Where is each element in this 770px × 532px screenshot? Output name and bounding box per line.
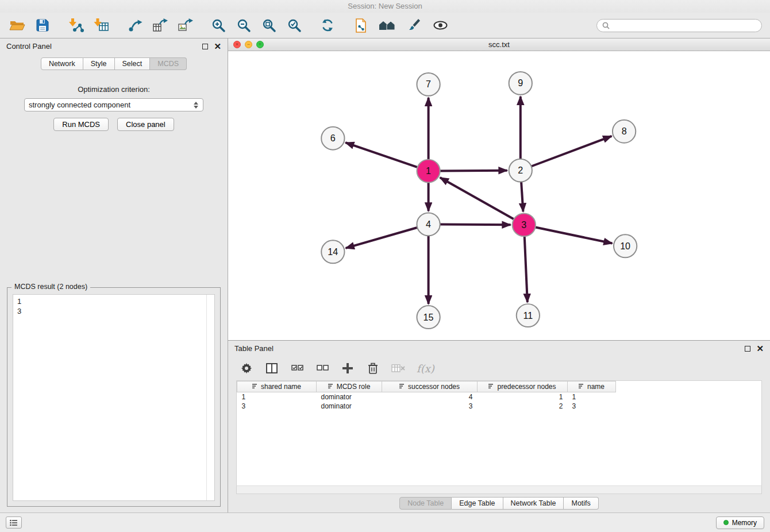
graph-node-label: 3 (521, 219, 526, 230)
status-list-button[interactable] (6, 516, 22, 529)
graph-edge-3-11[interactable] (525, 236, 528, 302)
graph-edge-4-3[interactable] (440, 225, 511, 225)
table-row[interactable]: 3dominator323 (237, 402, 616, 411)
export-table-icon (152, 18, 168, 33)
close-panel-icon[interactable]: ✕ (214, 44, 221, 49)
graph-edge-4-14[interactable] (346, 228, 418, 248)
graph-edge-3-1[interactable] (440, 178, 514, 219)
window-title: Session: New Session (348, 2, 422, 10)
search-field[interactable] (596, 19, 762, 32)
export-image-button[interactable] (176, 16, 194, 34)
show-hide-button[interactable] (431, 16, 449, 34)
zoom-out-button[interactable] (234, 16, 253, 34)
close-table-panel-icon[interactable]: ✕ (756, 346, 764, 352)
graph-node-label: 4 (426, 219, 431, 229)
first-neighbors-button[interactable] (378, 16, 396, 34)
zoom-window-button[interactable]: + (256, 41, 264, 48)
column-header-successor-nodes[interactable]: successor nodes (382, 381, 478, 392)
minimize-window-button[interactable]: − (245, 41, 252, 48)
function-builder-button[interactable]: f(x) (417, 361, 434, 376)
network-graph[interactable]: 7968124314101511 (228, 51, 770, 340)
search-input[interactable] (613, 21, 756, 29)
gear-icon (241, 363, 252, 374)
table-settings-button[interactable] (240, 361, 253, 376)
table-panel-title: Table Panel (234, 344, 274, 353)
main-area: Control Panel ✕ NetworkStyleSelectMCDS O… (0, 38, 770, 512)
table-panel: Table Panel ✕ (228, 341, 770, 512)
table-cell[interactable]: 1 (478, 392, 568, 402)
table-cell[interactable]: 3 (382, 402, 478, 411)
zoom-in-button[interactable] (209, 16, 228, 34)
main-toolbar (0, 13, 770, 38)
table-cell[interactable]: dominator (317, 402, 382, 411)
tab-motifs[interactable]: Motifs (564, 497, 598, 510)
run-mcds-button[interactable]: Run MCDS (53, 118, 109, 131)
float-table-panel-icon[interactable] (745, 346, 750, 352)
node-table-head-row: shared nameMCDS rolesuccessor nodesprede… (237, 381, 616, 392)
sort-icon (488, 383, 494, 391)
zoom-out-icon (236, 18, 251, 33)
tab-edge-table[interactable]: Edge Table (452, 497, 503, 510)
deselect-all-columns-button[interactable] (315, 361, 329, 376)
tab-network-table[interactable]: Network Table (503, 497, 564, 510)
mcds-result-list[interactable]: 13 (13, 294, 215, 501)
clone-network-icon (353, 18, 368, 33)
graph-node-label: 1 (426, 165, 431, 176)
open-session-button[interactable] (8, 16, 26, 34)
table-cell[interactable]: 1 (237, 392, 317, 402)
import-network-button[interactable] (67, 16, 85, 34)
column-header-label: successor nodes (408, 383, 460, 391)
fx-icon: f(x) (417, 363, 434, 375)
graph-edge-2-8[interactable] (532, 136, 612, 167)
add-column-button[interactable] (341, 361, 355, 376)
select-all-columns-button[interactable] (290, 361, 304, 376)
column-header-label: shared name (261, 383, 301, 391)
zoom-fit-button[interactable] (260, 16, 278, 34)
memory-button[interactable]: Memory (716, 516, 764, 529)
graph-edge-1-6[interactable] (345, 142, 417, 167)
apply-style-button[interactable] (405, 16, 423, 34)
close-window-button[interactable]: × (233, 41, 241, 48)
refresh-button[interactable] (318, 16, 337, 34)
tab-node-table[interactable]: Node Table (399, 497, 452, 510)
table-cell[interactable]: 1 (568, 392, 616, 402)
column-header-predecessor-nodes[interactable]: predecessor nodes (478, 381, 568, 392)
sort-icon (579, 383, 584, 391)
delete-table-button[interactable] (391, 361, 405, 376)
column-header-shared-name[interactable]: shared name (237, 381, 317, 392)
table-row[interactable]: 1dominator411 (237, 392, 616, 402)
tab-network[interactable]: Network (41, 57, 83, 70)
delete-column-button[interactable] (366, 361, 380, 376)
table-cell[interactable]: 3 (237, 402, 317, 411)
table-cell[interactable]: 2 (478, 402, 568, 411)
tab-mcds[interactable]: MCDS (150, 57, 187, 70)
criterion-select[interactable]: strongly connected component (24, 98, 203, 111)
clone-network-button[interactable] (352, 16, 370, 34)
control-panel-header: Control Panel ✕ (0, 38, 228, 54)
zoom-selected-button[interactable] (285, 16, 303, 34)
select-all-icon (291, 365, 303, 372)
zoom-in-icon (211, 18, 226, 33)
export-network-button[interactable] (125, 16, 144, 34)
table-hscrollbar[interactable] (236, 485, 762, 494)
export-table-button[interactable] (151, 16, 169, 34)
graph-edge-3-10[interactable] (536, 227, 613, 243)
save-session-button[interactable] (33, 16, 52, 34)
close-panel-button[interactable]: Close panel (117, 118, 174, 131)
graph-edge-2-3[interactable] (521, 182, 523, 212)
import-table-button[interactable] (92, 16, 110, 34)
column-header-MCDS-role[interactable]: MCDS role (317, 381, 382, 392)
tab-style[interactable]: Style (83, 57, 115, 70)
table-cell[interactable]: 4 (382, 392, 478, 402)
sort-icon (252, 383, 258, 391)
network-canvas[interactable]: 7968124314101511 (228, 51, 770, 340)
float-panel-icon[interactable] (202, 44, 208, 49)
mcds-result-group: MCDS result (2 nodes) 13 (7, 287, 221, 507)
split-columns-button[interactable] (265, 361, 279, 376)
graph-edge-1-2[interactable] (440, 171, 507, 171)
column-header-name[interactable]: name (568, 381, 616, 392)
sort-icon (399, 383, 405, 391)
tab-select[interactable]: Select (115, 57, 151, 70)
table-cell[interactable]: 3 (568, 402, 616, 411)
table-cell[interactable]: dominator (317, 392, 382, 402)
